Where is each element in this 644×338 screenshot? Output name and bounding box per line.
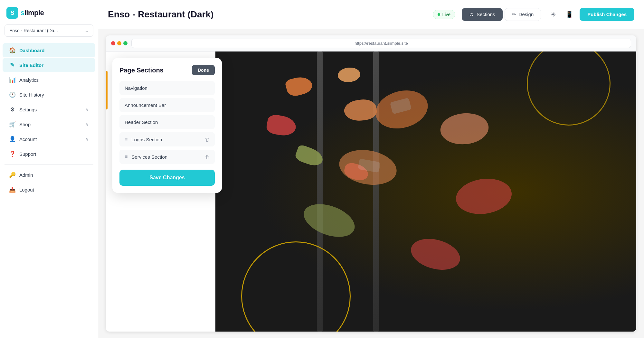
sidebar-item-label: Site Editor [19, 62, 43, 68]
sidebar: S siimple Enso - Restaurant (Da... ⌄ 🏠 D… [0, 0, 98, 338]
header-section-label: Header Section [125, 119, 158, 125]
done-button[interactable]: Done [192, 65, 215, 75]
sidebar-item-dashboard[interactable]: 🏠 Dashboard [3, 43, 95, 57]
logout-icon: 📤 [9, 186, 15, 193]
section-item-announcement-bar[interactable]: Announcement Bar [119, 98, 215, 112]
sun-icon: ☀ [550, 11, 556, 18]
minimize-dot[interactable] [117, 41, 121, 45]
yellow-accent-bar [106, 71, 108, 109]
sidebar-item-label: Admin [19, 172, 33, 178]
browser-dots [111, 41, 128, 45]
sidebar-item-site-history[interactable]: 🕐 Site History [3, 88, 95, 102]
panel-title: Page Sections [119, 67, 164, 74]
sidebar-item-logout[interactable]: 📤 Logout [3, 183, 95, 197]
chevron-down-icon: ∨ [86, 122, 89, 127]
save-changes-button[interactable]: Save Changes [119, 170, 215, 186]
edit-icon: ✎ [9, 62, 15, 68]
site-selector-label: Enso - Restaurant (Da... [9, 28, 58, 33]
analytics-icon: 📊 [9, 77, 15, 83]
delete-services-section-icon[interactable]: 🗑 [205, 154, 210, 160]
browser-frame: https://restaurant.siimple.site B N H U [106, 35, 636, 332]
sidebar-item-shop[interactable]: 🛒 Shop ∨ [3, 117, 95, 131]
sections-panel: Page Sections Done Navigation Announceme… [112, 58, 222, 193]
chevron-down-icon: ∨ [86, 107, 89, 112]
topbar-right: ☀ 📱 Publish Changes [547, 8, 634, 21]
navigation-label: Navigation [125, 85, 147, 91]
publish-changes-button[interactable]: Publish Changes [580, 8, 634, 21]
topbar: Enso - Restaurant (Dark) Live 🗂 Sections… [98, 0, 644, 29]
svg-point-2 [439, 111, 490, 146]
tab-design[interactable]: ✏ Design [505, 8, 541, 21]
section-item-logos-section[interactable]: ≡ Logos Section 🗑 [119, 132, 215, 146]
sidebar-item-label: Site History [19, 92, 44, 98]
sidebar-divider [5, 164, 93, 164]
close-dot[interactable] [111, 41, 115, 45]
logos-section-label: Logos Section [131, 137, 162, 142]
sidebar-item-label: Account [19, 136, 37, 142]
sidebar-item-site-editor[interactable]: ✎ Site Editor [3, 58, 95, 72]
sidebar-item-support[interactable]: ❓ Support [3, 147, 95, 161]
support-icon: ❓ [9, 151, 15, 157]
settings-icon: ⚙ [9, 106, 15, 113]
sidebar-item-label: Support [19, 151, 36, 157]
account-icon: 👤 [9, 136, 15, 142]
logo-icon: S [6, 7, 18, 19]
page-title: Enso - Restaurant (Dark) [108, 9, 426, 20]
design-tab-icon: ✏ [512, 12, 516, 17]
live-dot-icon [438, 13, 440, 16]
history-icon: 🕐 [9, 91, 15, 98]
tab-group: 🗂 Sections ✏ Design [462, 8, 541, 21]
sushi-background [215, 52, 636, 332]
sidebar-item-label: Shop [19, 122, 31, 127]
main-content: Enso - Restaurant (Dark) Live 🗂 Sections… [98, 0, 644, 338]
sushi-visual [215, 52, 636, 332]
mobile-icon: 📱 [565, 11, 573, 18]
svg-point-4 [454, 175, 514, 217]
drag-handle-icon[interactable]: ≡ [125, 154, 128, 160]
mobile-preview-button[interactable]: 📱 [564, 9, 575, 20]
sidebar-item-settings[interactable]: ⚙ Settings ∨ [3, 102, 95, 117]
maximize-dot[interactable] [123, 41, 128, 45]
sushi-svg [215, 52, 636, 332]
sections-tab-icon: 🗂 [469, 12, 474, 17]
url-bar[interactable]: https://restaurant.siimple.site [131, 39, 631, 48]
sidebar-item-label: Settings [19, 107, 37, 112]
panel-header: Page Sections Done [119, 65, 215, 75]
chevron-down-icon: ∨ [86, 137, 89, 142]
sidebar-logo: S siimple [0, 0, 98, 24]
svg-point-3 [299, 198, 359, 243]
announcement-bar-label: Announcement Bar [125, 102, 166, 108]
sidebar-item-label: Logout [19, 187, 34, 192]
shop-icon: 🛒 [9, 121, 15, 127]
services-section-label: Services Section [131, 154, 167, 160]
section-item-services-section[interactable]: ≡ Services Section 🗑 [119, 150, 215, 164]
page-title-block: Enso - Restaurant (Dark) [108, 9, 426, 20]
live-status-badge: Live [433, 10, 455, 19]
section-item-header-section[interactable]: Header Section [119, 115, 215, 129]
section-item-navigation[interactable]: Navigation [119, 81, 215, 95]
delete-logos-section-icon[interactable]: 🗑 [205, 137, 210, 142]
tab-sections[interactable]: 🗂 Sections [462, 8, 503, 21]
sidebar-item-analytics[interactable]: 📊 Analytics [3, 73, 95, 87]
admin-icon: 🔑 [9, 172, 15, 178]
home-icon: 🏠 [9, 47, 15, 53]
browser-area: https://restaurant.siimple.site B N H U [98, 29, 644, 338]
site-selector[interactable]: Enso - Restaurant (Da... ⌄ [5, 24, 93, 37]
browser-chrome: https://restaurant.siimple.site [106, 35, 636, 52]
theme-toggle-button[interactable]: ☀ [547, 9, 559, 20]
chevron-down-icon: ⌄ [85, 28, 89, 33]
sidebar-nav: 🏠 Dashboard ✎ Site Editor 📊 Analytics 🕐 … [0, 40, 98, 338]
sidebar-item-label: Dashboard [19, 48, 44, 53]
svg-point-5 [408, 234, 464, 275]
logo-text: siimple [21, 9, 44, 17]
sidebar-item-account[interactable]: 👤 Account ∨ [3, 132, 95, 146]
sidebar-item-admin[interactable]: 🔑 Admin [3, 168, 95, 182]
sidebar-item-label: Analytics [19, 77, 39, 83]
live-badge-label: Live [442, 12, 450, 17]
browser-content: B N H U [106, 52, 636, 332]
drag-handle-icon[interactable]: ≡ [125, 136, 128, 142]
